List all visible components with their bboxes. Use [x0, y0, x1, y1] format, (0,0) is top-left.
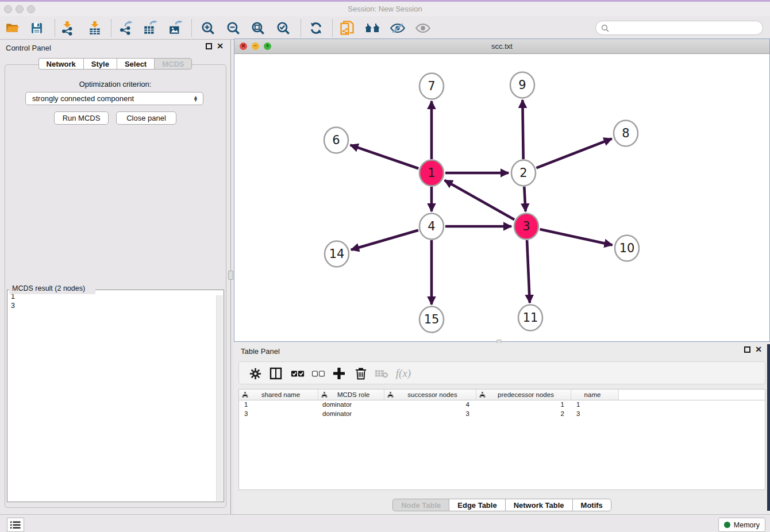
edge-3-10[interactable]: [540, 229, 612, 245]
search-input[interactable]: [609, 24, 753, 32]
import-network-icon[interactable]: [59, 20, 75, 36]
edge-2-3[interactable]: [524, 187, 525, 211]
node-table[interactable]: shared name MCDS role successor nodes pr…: [238, 389, 765, 490]
column-layout-icon[interactable]: [268, 365, 284, 381]
tab-edge-table[interactable]: Edge Table: [449, 499, 505, 511]
graph-node-4[interactable]: 4: [419, 214, 444, 240]
network-window-titlebar[interactable]: ✕ − + scc.txt: [234, 39, 769, 54]
edge-4-14[interactable]: [351, 230, 418, 250]
search-box[interactable]: [595, 21, 763, 35]
function-builder-icon[interactable]: f(x): [395, 365, 411, 381]
network-window-title: scc.txt: [234, 42, 769, 51]
graph-node-2[interactable]: 2: [511, 160, 536, 186]
zoom-out-icon[interactable]: [225, 20, 241, 36]
cell-successor-nodes[interactable]: 3: [384, 410, 476, 419]
zoom-selected-icon[interactable]: [275, 20, 291, 36]
column-header-name[interactable]: name: [571, 390, 619, 400]
edge-3-1[interactable]: [445, 180, 514, 219]
cell-predecessor-nodes[interactable]: 1: [476, 400, 571, 410]
gear-icon[interactable]: [247, 365, 263, 381]
search-icon: [601, 24, 609, 32]
svg-text:4: 4: [428, 219, 435, 233]
cell-mcds-role[interactable]: dominator: [318, 410, 384, 419]
tab-node-table[interactable]: Node Table: [392, 499, 449, 511]
save-session-icon[interactable]: [29, 20, 45, 36]
tab-motifs[interactable]: Motifs: [572, 499, 611, 511]
graph-node-8[interactable]: 8: [614, 121, 638, 147]
run-mcds-button[interactable]: Run MCDS: [54, 111, 109, 125]
home-layout-icon[interactable]: [364, 20, 380, 36]
hierarchy-icon: [321, 392, 328, 398]
column-header-mcds-role[interactable]: MCDS role: [318, 390, 384, 400]
tab-network-table[interactable]: Network Table: [505, 499, 572, 511]
edge-3-11[interactable]: [527, 240, 530, 303]
toolbar-separator: [332, 20, 333, 37]
column-header-successor-nodes[interactable]: successor nodes: [384, 390, 476, 400]
task-history-button[interactable]: [7, 518, 24, 532]
control-panel-buttons: ✕: [206, 43, 224, 49]
graph-node-14[interactable]: 14: [325, 241, 349, 267]
tab-network[interactable]: Network: [38, 58, 83, 70]
cell-mcds-role[interactable]: dominator: [318, 400, 384, 410]
float-table-panel-icon[interactable]: [744, 346, 750, 353]
edge-2-8[interactable]: [536, 138, 611, 168]
open-session-icon[interactable]: [5, 20, 21, 36]
export-network-icon[interactable]: [117, 20, 133, 36]
delete-row-trash-icon[interactable]: [353, 365, 369, 381]
control-panel: Control Panel ✕ Network Style Select MCD…: [0, 40, 231, 514]
select-all-icon[interactable]: [290, 365, 306, 381]
tab-select[interactable]: Select: [117, 58, 154, 70]
network-graph-canvas[interactable]: 7968124314101511: [234, 54, 769, 341]
graph-node-10[interactable]: 10: [615, 236, 639, 261]
graph-node-11[interactable]: 11: [518, 305, 542, 331]
table-row[interactable]: 3 dominator 3 2 3: [239, 410, 765, 419]
zoom-in-icon[interactable]: [200, 20, 216, 36]
float-panel-icon[interactable]: [206, 43, 212, 49]
hide-panel-eye-icon[interactable]: [390, 20, 406, 36]
cell-name[interactable]: 1: [571, 400, 619, 410]
graph-node-9[interactable]: 9: [510, 72, 534, 98]
panel-splitter-grip[interactable]: [228, 271, 233, 280]
mcds-result-group: MCDS result (2 nodes) 1 3: [7, 285, 224, 502]
cell-predecessor-nodes[interactable]: 2: [476, 410, 571, 419]
edge-1-6[interactable]: [351, 145, 419, 168]
close-panel-button[interactable]: Close panel: [116, 111, 176, 125]
add-row-icon[interactable]: [331, 365, 347, 381]
cell-name[interactable]: 3: [571, 410, 619, 419]
graph-node-15[interactable]: 15: [419, 307, 444, 333]
result-scrollbar[interactable]: [216, 295, 223, 501]
graph-node-6[interactable]: 6: [324, 128, 348, 153]
deselect-all-icon[interactable]: [310, 365, 326, 381]
close-table-panel-icon[interactable]: ✕: [755, 346, 762, 353]
hierarchy-icon: [242, 392, 248, 398]
refresh-view-icon[interactable]: [308, 20, 324, 36]
cell-shared-name[interactable]: 3: [239, 410, 318, 419]
graph-node-7[interactable]: 7: [419, 74, 444, 99]
show-panel-eye-icon[interactable]: [415, 20, 431, 36]
edge-2-9[interactable]: [522, 100, 523, 159]
memory-button[interactable]: Memory: [718, 518, 765, 532]
cell-shared-name[interactable]: 1: [239, 400, 318, 410]
export-image-icon[interactable]: [167, 20, 183, 36]
criterion-dropdown[interactable]: strongly connected component ▲▼: [25, 92, 203, 105]
table-row[interactable]: 1 dominator 4 1 1: [239, 400, 765, 410]
tab-mcds[interactable]: MCDS: [154, 58, 192, 70]
cell-successor-nodes[interactable]: 4: [384, 400, 476, 410]
clone-network-icon[interactable]: [339, 20, 355, 36]
tab-style[interactable]: Style: [83, 58, 117, 70]
zoom-fit-icon[interactable]: [250, 20, 266, 36]
application-window: Session: New Session: [0, 0, 770, 532]
export-table-icon[interactable]: [142, 20, 158, 36]
column-header-shared-name[interactable]: shared name: [239, 390, 318, 400]
graph-node-1[interactable]: 1: [419, 160, 444, 186]
control-panel-title: Control Panel: [6, 44, 51, 52]
import-table-icon[interactable]: [87, 20, 103, 36]
mcds-result-box: [7, 290, 224, 502]
graph-node-3[interactable]: 3: [514, 214, 538, 240]
fx-label: f(x): [396, 367, 411, 380]
close-panel-icon[interactable]: ✕: [217, 43, 224, 49]
delete-table-icon[interactable]: [374, 365, 390, 381]
svg-text:3: 3: [522, 219, 530, 233]
column-header-predecessor-nodes[interactable]: predecessor nodes: [476, 390, 571, 400]
hierarchy-icon: [479, 392, 486, 398]
